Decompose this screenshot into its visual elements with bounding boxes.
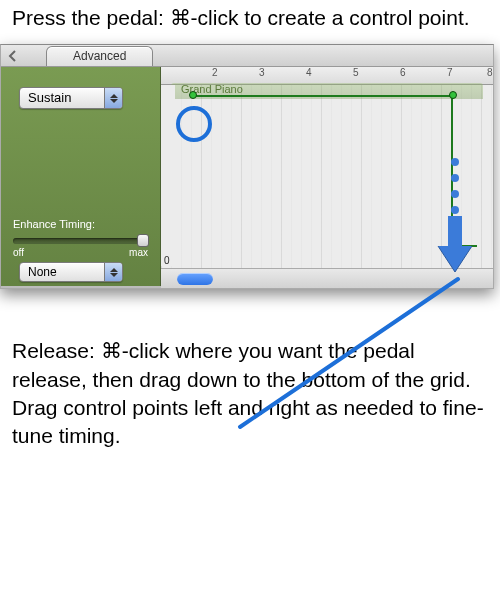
- region-strip: [171, 83, 483, 99]
- dropdown-value: Sustain: [28, 90, 71, 105]
- enhance-timing-label: Enhance Timing:: [13, 218, 95, 230]
- tab-advanced[interactable]: Advanced: [46, 46, 153, 66]
- automation-line[interactable]: [451, 95, 453, 247]
- value-ruler: 0: [161, 85, 175, 266]
- control-point[interactable]: [189, 91, 197, 99]
- control-point[interactable]: [449, 241, 457, 249]
- slider-thumb[interactable]: [137, 234, 149, 247]
- caption-top: Press the pedal: ⌘-click to create a con…: [0, 4, 500, 32]
- enhance-timing-slider[interactable]: [13, 238, 148, 244]
- quantize-dropdown[interactable]: None: [19, 262, 123, 282]
- ruler-mark: 6: [400, 67, 406, 78]
- ruler-mark: 2: [212, 67, 218, 78]
- scrollbar-thumb[interactable]: [177, 273, 213, 285]
- mouse-cursor-icon: [451, 247, 465, 266]
- updown-arrows-icon: [104, 88, 122, 108]
- automation-line[interactable]: [191, 95, 453, 97]
- automation-line[interactable]: [451, 245, 477, 247]
- ruler-mark: 4: [306, 67, 312, 78]
- ruler-mark: 5: [353, 67, 359, 78]
- app-screenshot: Advanced 2 3 4 5 6 7 8 Sustain Enhance T…: [0, 44, 494, 289]
- updown-arrows-icon: [104, 263, 122, 281]
- slider-max-label: max: [129, 247, 148, 258]
- ruler-mark: 3: [259, 67, 265, 78]
- slider-min-label: off: [13, 247, 24, 258]
- horizontal-scrollbar[interactable]: [161, 268, 493, 288]
- track-name-label: Grand Piano: [181, 83, 243, 95]
- dropdown-value: None: [28, 265, 57, 279]
- window-titlebar: Advanced: [1, 45, 493, 67]
- track-inspector-panel: Sustain Enhance Timing: off max None: [1, 67, 161, 286]
- caption-bottom: Release: ⌘-click where you want the peda…: [0, 337, 500, 450]
- callout-circle: [176, 106, 212, 142]
- ruler-mark: 8: [487, 67, 493, 78]
- automation-grid[interactable]: Grand Piano: [161, 85, 493, 268]
- automation-parameter-dropdown[interactable]: Sustain: [19, 87, 123, 109]
- back-arrow-icon[interactable]: [3, 46, 23, 66]
- control-point[interactable]: [449, 91, 457, 99]
- ruler-mark: 7: [447, 67, 453, 78]
